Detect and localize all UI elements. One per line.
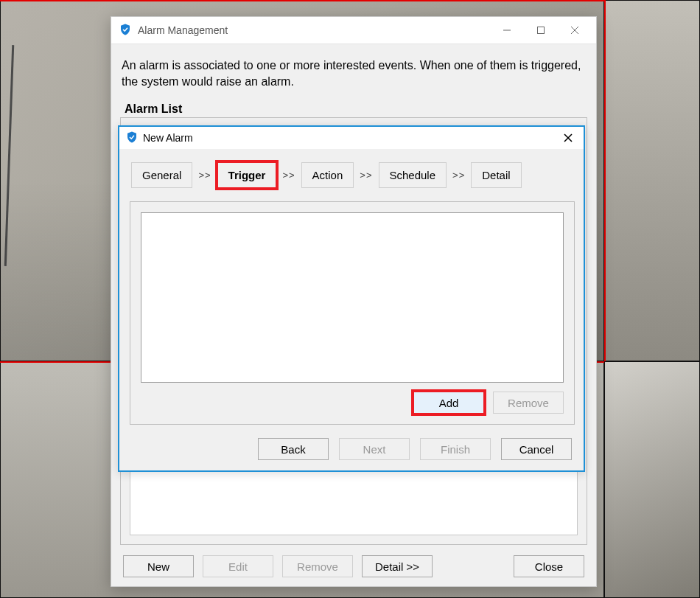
- list-button-row: Add Remove: [141, 383, 564, 414]
- step-action[interactable]: Action: [301, 162, 354, 188]
- close-button[interactable]: [557, 129, 579, 147]
- finish-button[interactable]: Finish: [420, 438, 491, 460]
- step-separator: >>: [197, 170, 212, 181]
- new-alarm-dialog: New Alarm General >> Trigger >> Action >…: [118, 125, 585, 472]
- divider-line: [0, 0, 604, 1]
- app-icon: [125, 131, 139, 146]
- camera-feed: [604, 361, 700, 598]
- step-trigger[interactable]: Trigger: [217, 162, 277, 188]
- add-button[interactable]: Add: [413, 392, 484, 414]
- wizard-nav-row: Back Next Finish Cancel: [130, 438, 575, 460]
- titlebar[interactable]: New Alarm: [119, 127, 584, 149]
- cancel-button[interactable]: Cancel: [501, 438, 572, 460]
- close-button[interactable]: [558, 19, 592, 41]
- window-controls: [490, 19, 592, 41]
- app-icon: [119, 23, 132, 38]
- minimize-button[interactable]: [490, 19, 524, 41]
- alarm-list-label: Alarm List: [120, 102, 587, 116]
- window-title: New Alarm: [143, 132, 193, 144]
- svg-rect-1: [538, 27, 545, 34]
- step-schedule[interactable]: Schedule: [379, 162, 447, 188]
- wizard-steps: General >> Trigger >> Action >> Schedule…: [130, 161, 575, 201]
- detail-button[interactable]: Detail >>: [362, 555, 433, 577]
- step-detail[interactable]: Detail: [471, 162, 521, 188]
- alarm-list[interactable]: [130, 465, 578, 535]
- maximize-button[interactable]: [524, 19, 558, 41]
- new-button[interactable]: New: [123, 555, 194, 577]
- parent-button-row: New Edit Remove Detail >> Close: [120, 555, 587, 577]
- remove-button[interactable]: Remove: [493, 392, 564, 414]
- close-button[interactable]: Close: [514, 555, 584, 577]
- dialog-body: General >> Trigger >> Action >> Schedule…: [119, 149, 584, 470]
- divider-line: [604, 0, 606, 361]
- back-button[interactable]: Back: [258, 438, 329, 460]
- trigger-list[interactable]: [141, 212, 564, 383]
- edit-button[interactable]: Edit: [203, 555, 273, 577]
- step-general[interactable]: General: [131, 162, 192, 188]
- trigger-content-panel: Add Remove: [130, 201, 575, 425]
- next-button[interactable]: Next: [339, 438, 410, 460]
- step-separator: >>: [451, 170, 466, 181]
- window-title: Alarm Management: [138, 24, 228, 36]
- step-separator: >>: [281, 170, 296, 181]
- remove-button[interactable]: Remove: [282, 555, 353, 577]
- camera-feed: [604, 0, 700, 361]
- titlebar[interactable]: Alarm Management: [111, 17, 596, 44]
- intro-text: An alarm is associated to one or more in…: [120, 58, 587, 102]
- step-separator: >>: [358, 170, 374, 181]
